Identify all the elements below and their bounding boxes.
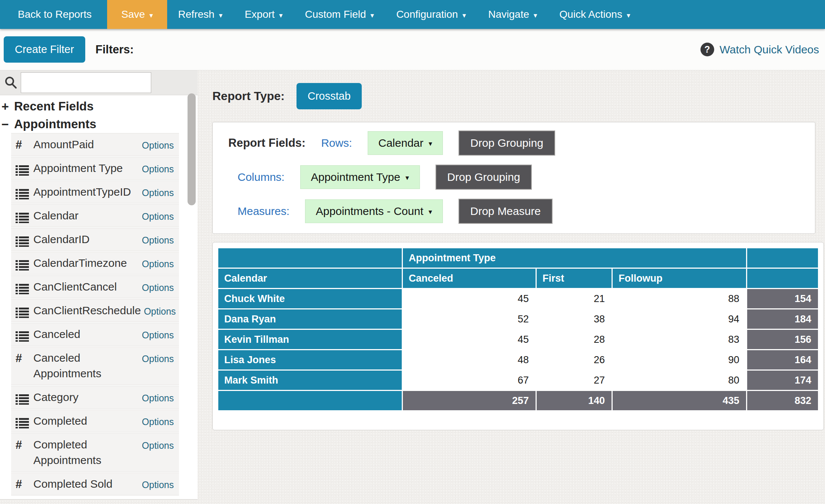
field-item-canclientreschedule[interactable]: CanClientReschedule Options bbox=[11, 299, 179, 322]
column-header: Followup bbox=[613, 269, 746, 288]
field-options-link[interactable]: Options bbox=[142, 140, 174, 151]
nav-item-label: Save bbox=[121, 9, 145, 20]
field-item-canceled[interactable]: Canceled Options bbox=[11, 323, 179, 346]
row-label: Mark Smith bbox=[218, 371, 402, 390]
value-cell: 88 bbox=[613, 289, 746, 308]
field-item-completed[interactable]: Completed Options bbox=[11, 410, 179, 432]
table-row: Lisa Jones 48 26 90 164 bbox=[218, 350, 818, 369]
group-label: Recent Fields bbox=[14, 98, 94, 115]
grand-total-cell: 832 bbox=[747, 391, 818, 410]
field-options-link[interactable]: Options bbox=[142, 417, 174, 427]
value-cell: 80 bbox=[613, 371, 746, 390]
group-appointments[interactable]: − Appointments bbox=[0, 115, 198, 133]
field-options-link[interactable]: Options bbox=[142, 235, 174, 246]
field-item-completed-appointments[interactable]: # Completed Appointments Options bbox=[11, 433, 179, 472]
field-item-appointment-type[interactable]: Appointment Type Options bbox=[11, 157, 179, 180]
column-total-cell: 257 bbox=[403, 391, 536, 410]
filter-toolbar: Create Filter Filters: ? Watch Quick Vid… bbox=[0, 29, 825, 70]
caret-down-icon: ▾ bbox=[627, 11, 630, 20]
field-name: Completed Sold bbox=[33, 476, 142, 492]
field-item-completed-sold[interactable]: # Completed Sold Options bbox=[11, 472, 179, 495]
nav-refresh[interactable]: Refresh ▾ bbox=[167, 0, 234, 29]
field-options-link[interactable]: Options bbox=[142, 480, 174, 490]
table-row: Kevin Tillman 45 28 83 156 bbox=[218, 330, 818, 349]
field-item-calendartimezone[interactable]: CalendarTimezone Options bbox=[11, 252, 179, 275]
list-field-icon bbox=[16, 255, 33, 271]
row-label: Kevin Tillman bbox=[218, 330, 402, 349]
create-filter-button[interactable]: Create Filter bbox=[4, 36, 85, 63]
value-cell: 94 bbox=[613, 309, 746, 329]
filters-label: Filters: bbox=[96, 43, 134, 56]
measures-value: Appointments - Count bbox=[316, 205, 423, 218]
nav-export[interactable]: Export ▾ bbox=[233, 0, 294, 29]
caret-down-icon: ▾ bbox=[429, 139, 433, 148]
top-nav: Back to Reports Save ▾ Refresh ▾ Export … bbox=[0, 0, 825, 29]
field-options-link[interactable]: Options bbox=[142, 259, 174, 269]
group-recent-fields[interactable]: + Recent Fields bbox=[0, 97, 198, 115]
column-header: Canceled bbox=[403, 269, 536, 288]
field-item-appointmenttypeid[interactable]: AppointmentTypeID Options bbox=[11, 180, 179, 203]
field-item-canclientcancel[interactable]: CanClientCancel Options bbox=[11, 275, 179, 298]
columns-grouping-dropdown[interactable]: Appointment Type ▾ bbox=[300, 165, 420, 189]
collapse-minus-icon[interactable]: − bbox=[1, 116, 14, 132]
report-type-crosstab-button[interactable]: Crosstab bbox=[296, 83, 362, 109]
field-options-link[interactable]: Options bbox=[142, 164, 174, 175]
report-fields-label: Report Fields: bbox=[228, 136, 305, 150]
expand-plus-icon[interactable]: + bbox=[1, 98, 14, 115]
nav-configuration[interactable]: Configuration ▾ bbox=[385, 0, 477, 29]
field-options-link[interactable]: Options bbox=[144, 306, 176, 317]
field-item-canceled-appointments[interactable]: # Canceled Appointments Options bbox=[11, 346, 179, 385]
field-search-input[interactable] bbox=[21, 72, 151, 93]
rows-label: Rows: bbox=[321, 137, 352, 149]
field-options-link[interactable]: Options bbox=[142, 188, 174, 198]
help-icon[interactable]: ? bbox=[700, 43, 714, 56]
field-options-link[interactable]: Options bbox=[142, 330, 174, 341]
list-field-icon bbox=[16, 413, 33, 428]
nav-quick-actions[interactable]: Quick Actions ▾ bbox=[548, 0, 641, 29]
nav-save-button[interactable]: Save ▾ bbox=[107, 0, 167, 29]
field-options-link[interactable]: Options bbox=[142, 354, 174, 364]
column-header: First bbox=[537, 269, 612, 288]
list-field-icon bbox=[16, 303, 33, 318]
field-options-link[interactable]: Options bbox=[142, 440, 174, 451]
rows-grouping-dropdown[interactable]: Calendar ▾ bbox=[368, 131, 443, 155]
nav-back-to-reports[interactable]: Back to Reports bbox=[0, 0, 107, 29]
sidebar-scrollbar[interactable] bbox=[188, 93, 196, 205]
field-name: CanClientReschedule bbox=[33, 303, 144, 318]
watch-quick-videos-link[interactable]: Watch Quick Videos bbox=[720, 43, 819, 56]
nav-item-label: Configuration bbox=[396, 9, 458, 20]
caret-down-icon: ▾ bbox=[428, 208, 432, 216]
row-total-cell: 164 bbox=[747, 350, 818, 369]
field-name: Canceled bbox=[33, 326, 142, 342]
column-total-cell: 435 bbox=[613, 391, 746, 410]
nav-navigate[interactable]: Navigate ▾ bbox=[477, 0, 548, 29]
field-item-calendar[interactable]: Calendar Options bbox=[11, 204, 179, 227]
field-options-link[interactable]: Options bbox=[142, 393, 174, 404]
field-items: # AmountPaid Options Appointment Type Op… bbox=[11, 133, 179, 495]
nav-custom-field[interactable]: Custom Field ▾ bbox=[294, 0, 385, 29]
field-item-category[interactable]: Category Options bbox=[11, 386, 179, 409]
field-options-link[interactable]: Options bbox=[142, 282, 174, 293]
columns-drop-grouping-target[interactable]: Drop Grouping bbox=[435, 165, 532, 190]
fields-sidebar: + Recent Fields − Appointments # AmountP… bbox=[0, 70, 198, 500]
measures-config-row: Measures: Appointments - Count ▾ Drop Me… bbox=[213, 199, 815, 224]
field-name: Calendar bbox=[33, 208, 142, 223]
field-name: Completed Appointments bbox=[33, 437, 142, 468]
field-name: CanClientCancel bbox=[33, 279, 142, 295]
columns-grouping-value: Appointment Type bbox=[311, 171, 400, 183]
crosstab-table: Appointment Type Calendar Canceled First… bbox=[217, 247, 819, 411]
caret-down-icon: ▾ bbox=[371, 11, 374, 20]
measures-label: Measures: bbox=[238, 205, 289, 218]
value-cell: 52 bbox=[403, 309, 536, 329]
value-cell: 83 bbox=[613, 330, 746, 349]
field-options-link[interactable]: Options bbox=[142, 211, 174, 222]
totals-row-label-cell bbox=[218, 391, 402, 410]
nav-item-label: Custom Field bbox=[305, 9, 366, 20]
caret-down-icon: ▾ bbox=[463, 11, 466, 20]
measures-dropdown[interactable]: Appointments - Count ▾ bbox=[305, 199, 443, 223]
measures-drop-target[interactable]: Drop Measure bbox=[458, 199, 553, 224]
rows-drop-grouping-target[interactable]: Drop Grouping bbox=[458, 130, 555, 156]
table-row: Dana Ryan 52 38 94 184 bbox=[218, 309, 818, 329]
field-item-calendarid[interactable]: CalendarID Options bbox=[11, 228, 179, 251]
field-item-amountpaid[interactable]: # AmountPaid Options bbox=[11, 133, 179, 156]
